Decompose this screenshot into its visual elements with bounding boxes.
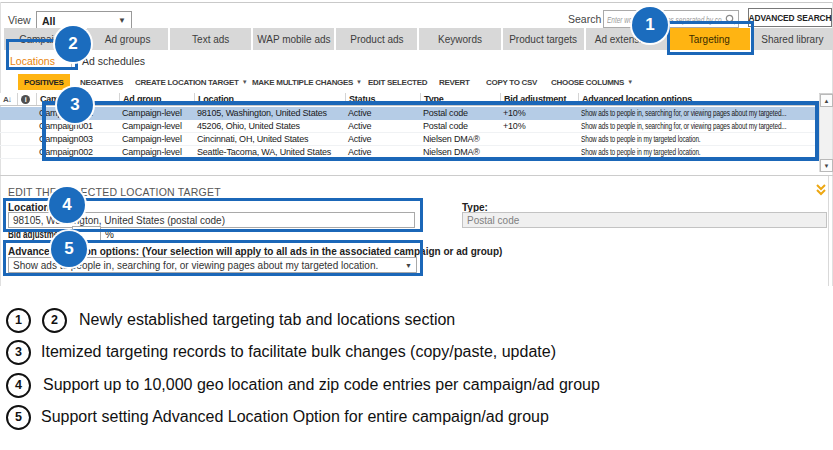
- annotation-number-circle: 1: [6, 308, 31, 333]
- annotation-number-circle: 3: [6, 340, 31, 365]
- table-row[interactable]: Campaign001Campaign-level98105, Washingt…: [0, 107, 819, 120]
- cell-bid-adjustment: +10%: [500, 107, 578, 119]
- type-input-disabled: Postal code: [462, 212, 827, 228]
- cell-bid-adjustment: [500, 133, 578, 145]
- tab-targeting[interactable]: Targeting: [669, 28, 750, 50]
- tab-shared-library[interactable]: Shared library: [752, 28, 833, 50]
- scroll-up-button[interactable]: ▲: [820, 94, 833, 107]
- toolbar-label: MAKE MULTIPLE CHANGES: [252, 78, 353, 87]
- toolbar-label: EDIT SELECTED: [368, 78, 427, 87]
- view-select-value: All: [42, 15, 55, 27]
- cell-campaign: Campaign002: [36, 146, 119, 158]
- app-top-border: [0, 2, 833, 3]
- column-header-bid-adjustment[interactable]: Bid adjustment: [500, 93, 578, 105]
- toolbar-negatives[interactable]: NEGATIVES: [80, 72, 123, 92]
- cell-ad-group: Campaign-level: [119, 133, 194, 145]
- tab-text-ads[interactable]: Text ads: [170, 28, 251, 50]
- toolbar-label: REVERT: [439, 78, 470, 87]
- table-row[interactable]: Campaign003Campaign-levelCincinnati, OH,…: [0, 133, 819, 146]
- locations-table: A↓iCampaignAd groupLocationStatusTypeBid…: [0, 93, 833, 175]
- cell-status: Active: [345, 133, 420, 145]
- toolbar-create-location-target[interactable]: CREATE LOCATION TARGET▼: [135, 72, 247, 92]
- toolbar-label: CHOOSE COLUMNS: [551, 78, 624, 87]
- column-header-status[interactable]: Status: [345, 93, 420, 105]
- tab-product-ads[interactable]: Product ads: [336, 28, 417, 50]
- cell-type: Nielsen DMA®: [420, 133, 500, 145]
- column-header-ad-group[interactable]: Ad group: [119, 93, 194, 105]
- cell-ad-group: Campaign-level: [119, 120, 194, 132]
- percent-sign: %: [105, 229, 114, 240]
- cell-advanced-location-options: Show ads to people in, searching for, or…: [578, 120, 819, 132]
- toolbar-label: CREATE LOCATION TARGET: [135, 78, 239, 87]
- tab-keywords[interactable]: Keywords: [419, 28, 500, 50]
- table-row[interactable]: Campaign001Campaign-level45206, Ohio, Un…: [0, 120, 819, 133]
- annotation-text: Support setting Advanced Location Option…: [41, 408, 549, 426]
- scroll-up-icon: ▲: [824, 98, 830, 104]
- cell-location: 98105, Washington, United States: [194, 107, 345, 119]
- callout-circle-5: 5: [51, 231, 87, 267]
- annotation-number-circle: 2: [42, 308, 67, 333]
- table-row[interactable]: Campaign002Campaign-levelSeattle-Tacoma,…: [0, 146, 819, 159]
- sort-column-header[interactable]: A↓: [0, 93, 17, 105]
- info-column-header[interactable]: i: [17, 93, 36, 105]
- toolbar-label: POSITIVES: [24, 78, 64, 87]
- collapse-panel-icon[interactable]: [814, 183, 828, 197]
- subtab-locations[interactable]: Locations: [10, 55, 55, 67]
- cell-bid-adjustment: +10%: [500, 120, 578, 132]
- cell-location: Cincinnati, OH, United States: [194, 133, 345, 145]
- cell-location: Seattle-Tacoma, WA, United States: [194, 146, 345, 158]
- cell-text: Show ads to people in, searching for, or…: [581, 120, 786, 132]
- cell-bid-adjustment: [500, 146, 578, 158]
- toolbar-make-multiple-changes[interactable]: MAKE MULTIPLE CHANGES▼: [252, 72, 362, 92]
- annotation-line: 12Newly established targeting tab and lo…: [6, 308, 455, 333]
- column-header-advanced-location-options[interactable]: Advanced location options: [578, 93, 819, 105]
- callout-circle-4: 4: [49, 187, 85, 223]
- cell-ad-group: Campaign-level: [119, 146, 194, 158]
- callout-circle-3: 3: [57, 87, 93, 123]
- column-header-type[interactable]: Type: [420, 93, 500, 105]
- chevron-down-icon: ▼: [405, 262, 412, 269]
- table-header-row: A↓iCampaignAd groupLocationStatusTypeBid…: [0, 93, 819, 106]
- callout-circle-2: 2: [55, 26, 91, 62]
- edit-panel-right-border: [828, 176, 829, 286]
- info-icon: i: [21, 95, 30, 104]
- cell-location: 45206, Ohio, United States: [194, 120, 345, 132]
- advanced-search-button[interactable]: ADVANCED SEARCH: [748, 8, 832, 27]
- annotation-line: 3Itemized targeting records to facilitat…: [6, 340, 556, 365]
- scroll-down-button[interactable]: ▼: [820, 159, 833, 172]
- tab-ad-groups[interactable]: Ad groups: [87, 28, 168, 50]
- chevron-down-icon: ▼: [627, 79, 633, 85]
- cell-advanced-location-options: Show ads to people in my targeted locati…: [578, 146, 819, 158]
- cell-text: Show ads to people in, searching for, or…: [581, 107, 786, 119]
- toolbar-edit-selected[interactable]: EDIT SELECTED: [368, 72, 427, 92]
- toolbar-choose-columns[interactable]: CHOOSE COLUMNS▼: [551, 72, 633, 92]
- annotation-legend: 12Newly established targeting tab and lo…: [0, 295, 833, 450]
- location-input-value: 98105, Washington, United States (postal…: [13, 215, 225, 226]
- search-input[interactable]: Enter words or phrases separated by co: [603, 10, 739, 28]
- view-label: View: [8, 14, 31, 26]
- annotation-text: Itemized targeting records to facilitate…: [41, 343, 556, 361]
- chevron-down-icon: ▼: [242, 79, 248, 85]
- toolbar-copy-to-csv[interactable]: COPY TO CSV: [486, 72, 537, 92]
- annotation-text: Support up to 10,000 geo location and zi…: [43, 376, 600, 394]
- cell-status: Active: [345, 120, 420, 132]
- tab-product-targets[interactable]: Product targets: [503, 28, 584, 50]
- edit-panel-title: EDIT THE SELECTED LOCATION TARGET: [8, 186, 221, 198]
- subtab-ad-schedules[interactable]: Ad schedules: [82, 55, 145, 67]
- cell-ad-group: Campaign-level: [119, 107, 194, 119]
- cell-advanced-location-options: Show ads to people in my targeted locati…: [578, 133, 819, 145]
- toolbar-label: NEGATIVES: [80, 78, 123, 87]
- tab-wap-mobile-ads[interactable]: WAP mobile ads: [253, 28, 334, 50]
- vertical-scrollbar[interactable]: ▲ ▼: [819, 94, 832, 172]
- annotation-number-circle: 4: [6, 373, 31, 398]
- edit-location-panel: EDIT THE SELECTED LOCATION TARGET Locati…: [0, 176, 833, 286]
- screenshot-root: View All ▼ Search Enter words or phrases…: [0, 0, 833, 450]
- sort-icon: A↓: [3, 95, 11, 104]
- column-header-location[interactable]: Location: [194, 93, 345, 105]
- callout-circle-1: 1: [632, 7, 668, 43]
- cell-type: Postal code: [420, 120, 500, 132]
- cell-status: Active: [345, 146, 420, 158]
- toolbar-revert[interactable]: REVERT: [439, 72, 470, 92]
- toolbar-positives[interactable]: POSITIVES: [18, 74, 70, 90]
- scroll-down-icon: ▼: [824, 163, 830, 169]
